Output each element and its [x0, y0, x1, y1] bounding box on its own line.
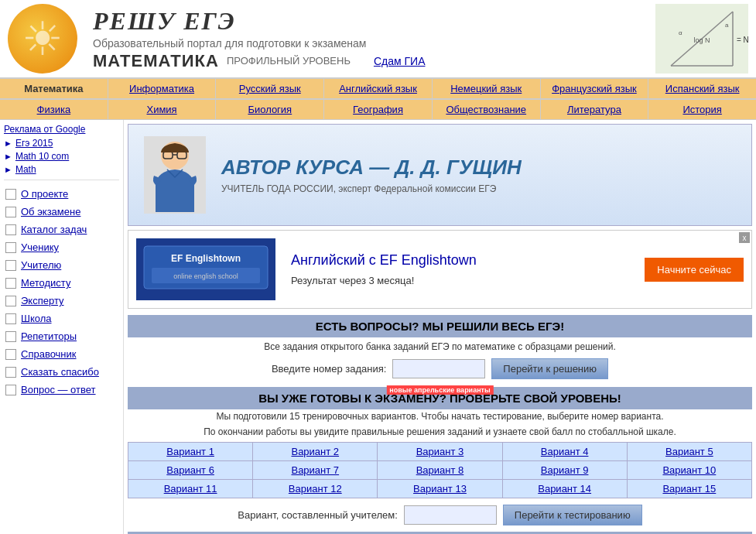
sidebar-item-o-proekte[interactable]: О проекте — [4, 185, 119, 203]
sidebar-item-spasibo[interactable]: Сказать спасибо — [4, 363, 119, 381]
sidebar-item-ucheniku[interactable]: Ученику — [4, 238, 119, 256]
variant-4[interactable]: Вариант 4 — [502, 443, 627, 461]
checkbox-ucheniku[interactable] — [5, 242, 16, 253]
nav-literatura[interactable]: Литература — [541, 100, 649, 119]
teacher-variant-input[interactable] — [404, 505, 497, 525]
header-text: РЕШУ ЕГЭ Образовательный портал для подг… — [93, 7, 648, 71]
ef-image: EF Englishtown online english school — [136, 238, 275, 300]
nav-german[interactable]: Немецкий язык — [433, 79, 541, 98]
variant-2[interactable]: Вариант 2 — [253, 443, 378, 461]
go-to-solution-button[interactable]: Перейти к решению — [491, 358, 608, 379]
variant-1[interactable]: Вариант 1 — [128, 443, 253, 461]
sidebar-item-ekspertu[interactable]: Эксперту — [4, 292, 119, 310]
checkbox-spasibo[interactable] — [5, 367, 16, 378]
go-to-test-button[interactable]: Перейти к тестированию — [503, 505, 642, 525]
nav-russkiy[interactable]: Русский язык — [216, 79, 324, 98]
nav-spanish[interactable]: Испанский язык — [648, 79, 756, 98]
variant-13[interactable]: Вариант 13 — [378, 480, 502, 498]
checkbox-ob-ekzamene[interactable] — [5, 207, 16, 217]
nav-fizika[interactable]: Физика — [0, 100, 108, 119]
nav-geografiya[interactable]: География — [324, 100, 433, 119]
nav-english[interactable]: Английский язык — [324, 79, 433, 98]
checkbox-repetitory[interactable] — [5, 331, 16, 342]
ef-close-button[interactable]: x — [739, 232, 750, 243]
variant-8[interactable]: Вариант 8 — [378, 461, 502, 480]
variant-12[interactable]: Вариант 12 — [253, 480, 378, 498]
site-subtitle: Образовательный портал для подготовки к … — [93, 37, 648, 50]
svg-text:EF Englishtown: EF Englishtown — [171, 253, 241, 264]
ad-link-0[interactable]: Егэ 2015 — [15, 138, 53, 149]
site-title: РЕШУ ЕГЭ — [93, 7, 648, 36]
checkbox-vopros[interactable] — [5, 385, 16, 395]
sidebar-item-katalog[interactable]: Каталог задач — [4, 221, 119, 238]
nav-istoriya[interactable]: История — [648, 100, 756, 119]
variants-row-1: Вариант 1 Вариант 2 Вариант 3 Вариант 4 … — [128, 443, 752, 461]
sidebar-item-uchitelyu[interactable]: Учителю — [4, 256, 119, 274]
header: РЕШУ ЕГЭ Образовательный портал для подг… — [0, 0, 756, 78]
section2-header: ВЫ УЖЕ ГОТОВЫ К ЭКЗАМЕНУ? ПРОВЕРЬТЕ СВОЙ… — [128, 387, 752, 409]
ads-label: Реклама от Google — [4, 124, 119, 135]
checkbox-spravochnik[interactable] — [5, 349, 16, 360]
sidebar-item-ob-ekzamene[interactable]: Об экзамене — [4, 203, 119, 221]
variant-14[interactable]: Вариант 14 — [502, 480, 627, 498]
variant-10[interactable]: Вариант 10 — [627, 461, 751, 480]
nav-obshchestvoznanie[interactable]: Обществознание — [433, 100, 541, 119]
section1-header: ЕСТЬ ВОПРОСЫ? МЫ РЕШИЛИ ВЕСЬ ЕГЭ! — [128, 315, 752, 337]
section1-input-label: Введите номер задания: — [272, 363, 386, 375]
nav-himiya[interactable]: Химия — [108, 100, 217, 119]
nav-matematika[interactable]: Математика — [0, 79, 108, 98]
checkbox-uchitelyu[interactable] — [5, 260, 16, 271]
new-badge: новые апрельские варианты — [386, 385, 493, 395]
checkbox-o-proekte[interactable] — [5, 189, 16, 200]
variants-row-2: Вариант 6 Вариант 7 Вариант 8 Вариант 9 … — [128, 461, 752, 480]
svg-text:log N: log N — [693, 36, 710, 44]
checkbox-metodistu[interactable] — [5, 278, 16, 289]
checkbox-ekspertu[interactable] — [5, 296, 16, 306]
teacher-variant-row: Вариант, составленный учителем: Перейти … — [128, 505, 752, 525]
ad-link-1[interactable]: Math 10 com — [15, 151, 69, 162]
sidebar-item-spravochnik[interactable]: Справочник — [4, 345, 119, 363]
task-number-input[interactable] — [392, 359, 485, 378]
author-text: АВТОР КУРСА — Д. Д. ГУЩИН УЧИТЕЛЬ ГОДА Р… — [221, 156, 736, 194]
nav-informatika[interactable]: Информатика — [108, 79, 217, 98]
sidebar-item-repetitory[interactable]: Репетиторы — [4, 327, 119, 345]
ad-item-0[interactable]: Егэ 2015 — [4, 138, 119, 149]
content-area: АВТОР КУРСА — Д. Д. ГУЩИН УЧИТЕЛЬ ГОДА Р… — [124, 120, 756, 534]
variant-9[interactable]: Вариант 9 — [502, 461, 627, 480]
variant-5[interactable]: Вариант 5 — [627, 443, 751, 461]
sidebar-item-metodistu[interactable]: Методисту — [4, 274, 119, 292]
variant-11[interactable]: Вариант 11 — [128, 480, 253, 498]
checkbox-katalog[interactable] — [5, 224, 16, 235]
variant-7[interactable]: Вариант 7 — [253, 461, 378, 480]
section2-desc1: Мы подготовили 15 тренировочных варианто… — [128, 411, 752, 422]
teacher-variant-label: Вариант, составленный учителем: — [238, 509, 397, 521]
ad-item-2[interactable]: Math — [4, 164, 119, 175]
sidebar-label-vopros: Вопрос — ответ — [21, 384, 96, 395]
subject-level: ПРОФИЛЬНЫЙ УРОВЕНЬ — [227, 55, 351, 67]
sidebar-label-spravochnik: Справочник — [21, 348, 77, 360]
nav-biologiya[interactable]: Биология — [216, 100, 324, 119]
sidebar-divider — [4, 180, 119, 180]
sidebar-item-shkola[interactable]: Школа — [4, 310, 119, 327]
ef-banner: EF Englishtown online english school Анг… — [128, 230, 752, 309]
variant-15[interactable]: Вариант 15 — [627, 480, 751, 498]
ef-button[interactable]: Начните сейчас — [645, 258, 744, 282]
ad-link-2[interactable]: Math — [15, 164, 36, 175]
sidebar-label-spasibo: Сказать спасибо — [21, 366, 99, 378]
author-avatar — [144, 136, 206, 214]
sdam-gia-link[interactable]: Сдам ГИА — [374, 55, 426, 67]
sidebar-label-ob-ekzamene: Об экзамене — [21, 206, 80, 217]
variant-6[interactable]: Вариант 6 — [128, 461, 253, 480]
sidebar-label-metodistu: Методисту — [21, 277, 70, 289]
variant-3[interactable]: Вариант 3 — [378, 443, 502, 461]
sidebar-item-vopros[interactable]: Вопрос — ответ — [4, 381, 119, 399]
subject-title: МАТЕМАТИКА — [93, 51, 219, 71]
ef-subtitle: Результат через 3 месяца! — [291, 275, 633, 286]
checkbox-shkola[interactable] — [5, 313, 16, 324]
nav-french[interactable]: Французский язык — [541, 79, 649, 98]
section2-desc2: По окончании работы вы увидите правильны… — [128, 426, 752, 437]
main-layout: Реклама от Google Егэ 2015 Math 10 com M… — [0, 120, 756, 534]
nav-bar-2: Физика Химия Биология География Общество… — [0, 99, 756, 120]
ad-item-1[interactable]: Math 10 com — [4, 151, 119, 162]
ef-title: Английский с EF Englishtown — [291, 252, 633, 269]
